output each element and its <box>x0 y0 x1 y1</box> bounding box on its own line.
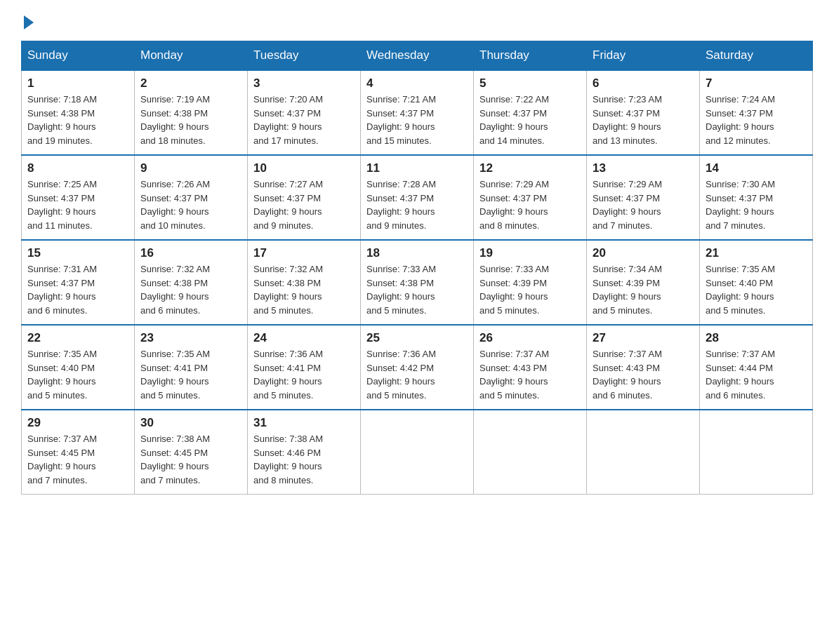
calendar-header-row: SundayMondayTuesdayWednesdayThursdayFrid… <box>22 41 813 71</box>
calendar-cell: 13 Sunrise: 7:29 AM Sunset: 4:37 PM Dayl… <box>587 155 700 240</box>
calendar-header-friday: Friday <box>587 41 700 71</box>
day-info: Sunrise: 7:33 AM Sunset: 4:39 PM Dayligh… <box>479 262 581 317</box>
day-info: Sunrise: 7:36 AM Sunset: 4:42 PM Dayligh… <box>366 347 468 402</box>
day-info: Sunrise: 7:30 AM Sunset: 4:37 PM Dayligh… <box>706 177 807 232</box>
day-number: 6 <box>593 76 694 90</box>
day-info: Sunrise: 7:37 AM Sunset: 4:44 PM Dayligh… <box>706 347 807 402</box>
calendar-week-row-4: 22 Sunrise: 7:35 AM Sunset: 4:40 PM Dayl… <box>22 325 813 410</box>
page-header <box>21 14 813 27</box>
day-number: 13 <box>593 161 694 175</box>
day-number: 22 <box>27 331 128 345</box>
day-info: Sunrise: 7:22 AM Sunset: 4:37 PM Dayligh… <box>479 93 581 147</box>
day-number: 30 <box>140 416 241 430</box>
calendar-week-row-2: 8 Sunrise: 7:25 AM Sunset: 4:37 PM Dayli… <box>22 155 813 240</box>
calendar-cell <box>474 410 587 495</box>
day-info: Sunrise: 7:20 AM Sunset: 4:37 PM Dayligh… <box>253 93 355 147</box>
day-info: Sunrise: 7:33 AM Sunset: 4:38 PM Dayligh… <box>366 262 468 317</box>
day-number: 10 <box>253 161 355 175</box>
day-info: Sunrise: 7:25 AM Sunset: 4:37 PM Dayligh… <box>27 177 128 232</box>
calendar-cell: 1 Sunrise: 7:18 AM Sunset: 4:38 PM Dayli… <box>22 70 135 155</box>
day-info: Sunrise: 7:19 AM Sunset: 4:38 PM Dayligh… <box>140 93 241 147</box>
calendar-cell: 23 Sunrise: 7:35 AM Sunset: 4:41 PM Dayl… <box>135 325 248 410</box>
day-number: 16 <box>140 246 241 260</box>
day-info: Sunrise: 7:37 AM Sunset: 4:45 PM Dayligh… <box>27 432 128 487</box>
calendar-cell: 5 Sunrise: 7:22 AM Sunset: 4:37 PM Dayli… <box>474 70 587 155</box>
calendar-cell <box>587 410 700 495</box>
day-number: 29 <box>27 416 128 430</box>
calendar-cell: 8 Sunrise: 7:25 AM Sunset: 4:37 PM Dayli… <box>22 155 135 240</box>
calendar-header-wednesday: Wednesday <box>361 41 474 71</box>
calendar-cell: 24 Sunrise: 7:36 AM Sunset: 4:41 PM Dayl… <box>248 325 361 410</box>
day-info: Sunrise: 7:35 AM Sunset: 4:40 PM Dayligh… <box>706 262 807 317</box>
day-number: 1 <box>27 76 128 90</box>
calendar-cell: 9 Sunrise: 7:26 AM Sunset: 4:37 PM Dayli… <box>135 155 248 240</box>
calendar-cell: 14 Sunrise: 7:30 AM Sunset: 4:37 PM Dayl… <box>700 155 813 240</box>
calendar-cell: 3 Sunrise: 7:20 AM Sunset: 4:37 PM Dayli… <box>248 70 361 155</box>
day-info: Sunrise: 7:27 AM Sunset: 4:37 PM Dayligh… <box>253 177 355 232</box>
day-info: Sunrise: 7:29 AM Sunset: 4:37 PM Dayligh… <box>479 177 581 232</box>
calendar-cell: 2 Sunrise: 7:19 AM Sunset: 4:38 PM Dayli… <box>135 70 248 155</box>
calendar-cell: 15 Sunrise: 7:31 AM Sunset: 4:37 PM Dayl… <box>22 240 135 325</box>
day-info: Sunrise: 7:32 AM Sunset: 4:38 PM Dayligh… <box>140 262 241 317</box>
day-info: Sunrise: 7:34 AM Sunset: 4:39 PM Dayligh… <box>593 262 694 317</box>
logo-arrow-icon <box>24 15 34 29</box>
day-number: 26 <box>479 331 581 345</box>
day-number: 2 <box>140 76 241 90</box>
calendar-header-sunday: Sunday <box>22 41 135 71</box>
calendar-cell: 4 Sunrise: 7:21 AM Sunset: 4:37 PM Dayli… <box>361 70 474 155</box>
day-number: 14 <box>706 161 807 175</box>
day-number: 5 <box>479 76 581 90</box>
calendar-cell: 29 Sunrise: 7:37 AM Sunset: 4:45 PM Dayl… <box>22 410 135 495</box>
day-number: 31 <box>253 416 355 430</box>
day-number: 9 <box>140 161 241 175</box>
day-number: 4 <box>366 76 468 90</box>
day-number: 19 <box>479 246 581 260</box>
calendar-week-row-5: 29 Sunrise: 7:37 AM Sunset: 4:45 PM Dayl… <box>22 410 813 495</box>
calendar-header-thursday: Thursday <box>474 41 587 71</box>
calendar-cell: 6 Sunrise: 7:23 AM Sunset: 4:37 PM Dayli… <box>587 70 700 155</box>
day-number: 18 <box>366 246 468 260</box>
day-info: Sunrise: 7:26 AM Sunset: 4:37 PM Dayligh… <box>140 177 241 232</box>
day-number: 7 <box>706 76 807 90</box>
day-info: Sunrise: 7:36 AM Sunset: 4:41 PM Dayligh… <box>253 347 355 402</box>
calendar-cell: 18 Sunrise: 7:33 AM Sunset: 4:38 PM Dayl… <box>361 240 474 325</box>
calendar-cell: 28 Sunrise: 7:37 AM Sunset: 4:44 PM Dayl… <box>700 325 813 410</box>
calendar-cell: 31 Sunrise: 7:38 AM Sunset: 4:46 PM Dayl… <box>248 410 361 495</box>
calendar-cell: 25 Sunrise: 7:36 AM Sunset: 4:42 PM Dayl… <box>361 325 474 410</box>
day-number: 23 <box>140 331 241 345</box>
calendar-cell: 10 Sunrise: 7:27 AM Sunset: 4:37 PM Dayl… <box>248 155 361 240</box>
calendar-cell: 17 Sunrise: 7:32 AM Sunset: 4:38 PM Dayl… <box>248 240 361 325</box>
day-number: 11 <box>366 161 468 175</box>
calendar-cell: 20 Sunrise: 7:34 AM Sunset: 4:39 PM Dayl… <box>587 240 700 325</box>
day-info: Sunrise: 7:38 AM Sunset: 4:45 PM Dayligh… <box>140 432 241 487</box>
calendar-cell: 27 Sunrise: 7:37 AM Sunset: 4:43 PM Dayl… <box>587 325 700 410</box>
day-info: Sunrise: 7:32 AM Sunset: 4:38 PM Dayligh… <box>253 262 355 317</box>
calendar-cell: 16 Sunrise: 7:32 AM Sunset: 4:38 PM Dayl… <box>135 240 248 325</box>
day-number: 12 <box>479 161 581 175</box>
calendar-cell: 21 Sunrise: 7:35 AM Sunset: 4:40 PM Dayl… <box>700 240 813 325</box>
day-info: Sunrise: 7:35 AM Sunset: 4:41 PM Dayligh… <box>140 347 241 402</box>
day-info: Sunrise: 7:38 AM Sunset: 4:46 PM Dayligh… <box>253 432 355 487</box>
calendar-cell <box>361 410 474 495</box>
day-number: 25 <box>366 331 468 345</box>
day-number: 3 <box>253 76 355 90</box>
calendar-cell: 12 Sunrise: 7:29 AM Sunset: 4:37 PM Dayl… <box>474 155 587 240</box>
day-number: 20 <box>593 246 694 260</box>
calendar-cell <box>700 410 813 495</box>
calendar-cell: 7 Sunrise: 7:24 AM Sunset: 4:37 PM Dayli… <box>700 70 813 155</box>
day-info: Sunrise: 7:24 AM Sunset: 4:37 PM Dayligh… <box>706 93 807 147</box>
day-info: Sunrise: 7:18 AM Sunset: 4:38 PM Dayligh… <box>27 93 128 147</box>
calendar-cell: 19 Sunrise: 7:33 AM Sunset: 4:39 PM Dayl… <box>474 240 587 325</box>
day-info: Sunrise: 7:28 AM Sunset: 4:37 PM Dayligh… <box>366 177 468 232</box>
day-number: 24 <box>253 331 355 345</box>
day-info: Sunrise: 7:21 AM Sunset: 4:37 PM Dayligh… <box>366 93 468 147</box>
day-info: Sunrise: 7:37 AM Sunset: 4:43 PM Dayligh… <box>593 347 694 402</box>
day-number: 21 <box>706 246 807 260</box>
calendar-cell: 22 Sunrise: 7:35 AM Sunset: 4:40 PM Dayl… <box>22 325 135 410</box>
day-info: Sunrise: 7:23 AM Sunset: 4:37 PM Dayligh… <box>593 93 694 147</box>
calendar-week-row-1: 1 Sunrise: 7:18 AM Sunset: 4:38 PM Dayli… <box>22 70 813 155</box>
day-info: Sunrise: 7:35 AM Sunset: 4:40 PM Dayligh… <box>27 347 128 402</box>
day-number: 15 <box>27 246 128 260</box>
calendar-week-row-3: 15 Sunrise: 7:31 AM Sunset: 4:37 PM Dayl… <box>22 240 813 325</box>
calendar-header-monday: Monday <box>135 41 248 71</box>
